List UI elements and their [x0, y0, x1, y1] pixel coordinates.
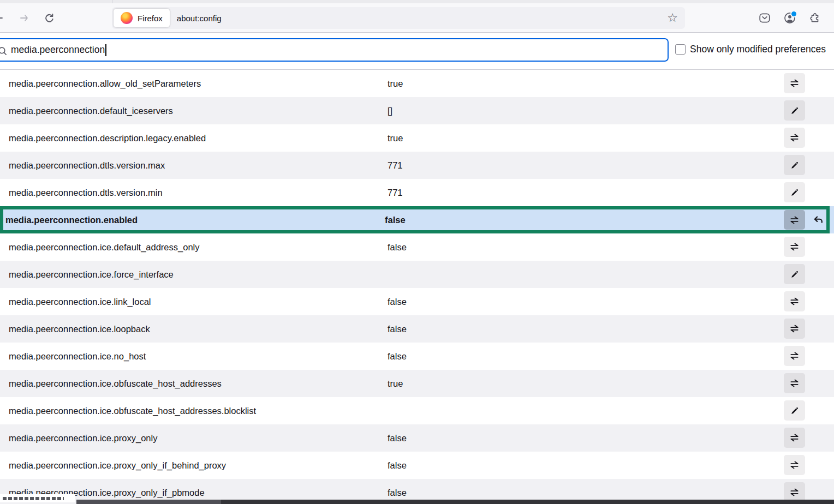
pref-row[interactable]: media.peerconnection.ice.loopback false [0, 315, 834, 343]
pref-row[interactable]: media.peerconnection.ice.no_host false [0, 343, 834, 370]
pref-value: 771 [388, 160, 403, 171]
pref-row[interactable]: media.peerconnection.ice.proxy_only_if_b… [0, 452, 834, 479]
pref-name: media.peerconnection.ice.force_interface [9, 269, 174, 280]
pref-name: media.peerconnection.ice.loopback [9, 324, 150, 334]
toggle-icon [790, 215, 799, 225]
toggle-icon [790, 351, 799, 361]
pref-row[interactable]: media.peerconnection.description.legacy.… [0, 124, 834, 152]
reload-button[interactable] [39, 9, 59, 27]
toggle-icon [790, 324, 799, 333]
firefox-logo-icon [121, 12, 133, 24]
browser-toolbar: Firefox about:config ☆ [0, 3, 834, 33]
pref-name: media.peerconnection.ice.obfuscate_host_… [9, 379, 222, 389]
pref-name: media.peerconnection.description.legacy.… [9, 133, 206, 143]
pref-row[interactable]: media.peerconnection.ice.obfuscate_host_… [0, 397, 834, 424]
toggle-button[interactable] [784, 373, 805, 393]
pref-value: false [388, 351, 407, 362]
toggle-icon [790, 79, 799, 88]
toggle-button[interactable] [784, 346, 805, 366]
toggle-icon [790, 460, 799, 470]
pref-row[interactable]: media.peerconnection.enabled false [0, 206, 834, 233]
pocket-icon [759, 12, 771, 24]
taskbar-edge [76, 500, 834, 504]
pref-value: false [388, 433, 407, 443]
prefs-list: media.peerconnection.allow_old_setParame… [0, 70, 834, 504]
pref-row[interactable]: media.peerconnection.dtls.version.min 77… [0, 179, 834, 206]
pref-row[interactable]: media.peerconnection.ice.link_local fals… [0, 288, 834, 315]
edit-button[interactable] [784, 100, 805, 121]
pref-row[interactable]: media.peerconnection.ice.obfuscate_host_… [0, 370, 834, 397]
pref-name: media.peerconnection.allow_old_setParame… [9, 79, 201, 89]
pref-value: 771 [388, 188, 403, 198]
toggle-icon [790, 379, 799, 388]
toggle-button[interactable] [784, 319, 805, 339]
pref-name: media.peerconnection.enabled [5, 215, 138, 225]
forward-button[interactable] [14, 9, 34, 27]
pencil-icon [790, 406, 799, 415]
toggle-button[interactable] [784, 128, 805, 148]
toggle-icon [790, 297, 799, 306]
site-chip-label: Firefox [138, 14, 163, 23]
pencil-icon [790, 161, 799, 170]
pref-value: false [388, 488, 407, 498]
toggle-button[interactable] [784, 291, 805, 311]
show-modified-label: Show only modified preferences [690, 44, 826, 55]
pref-name: media.peerconnection.dtls.version.min [9, 188, 163, 198]
pocket-button[interactable] [755, 9, 774, 27]
search-icon [0, 46, 7, 56]
notification-dot [790, 10, 797, 17]
status-tooltip [0, 494, 75, 502]
config-search-input[interactable]: media.peerconnection [0, 38, 669, 62]
show-modified-checkbox[interactable] [675, 44, 686, 55]
reset-button[interactable] [808, 210, 828, 230]
pref-row[interactable]: media.peerconnection.allow_old_setParame… [0, 70, 834, 97]
pref-name: media.peerconnection.ice.link_local [9, 297, 151, 307]
edit-button[interactable] [784, 400, 805, 421]
pref-row[interactable]: media.peerconnection.ice.default_address… [0, 233, 834, 261]
pref-value: false [388, 242, 407, 253]
toggle-button[interactable] [784, 428, 805, 448]
pref-name: media.peerconnection.ice.no_host [9, 351, 146, 362]
toggle-icon [790, 242, 799, 251]
forward-arrow-icon [19, 13, 29, 23]
edit-button[interactable] [784, 155, 805, 175]
edit-button[interactable] [784, 264, 805, 284]
pencil-icon [790, 188, 799, 197]
pref-value: true [388, 133, 403, 143]
reload-icon [44, 13, 55, 23]
pref-value: false [388, 324, 407, 334]
pref-value: false [385, 215, 406, 225]
pref-name: media.peerconnection.default_iceservers [9, 106, 173, 116]
toggle-icon [790, 488, 799, 497]
star-icon: ☆ [667, 11, 678, 25]
status-tooltip-text-blur [3, 497, 64, 500]
extensions-button[interactable] [806, 9, 824, 27]
pref-row[interactable]: media.peerconnection.dtls.version.max 77… [0, 152, 834, 179]
pencil-icon [790, 106, 799, 115]
url-bar[interactable]: Firefox about:config [112, 7, 685, 29]
firefox-window: Firefox about:config ☆ [0, 0, 834, 504]
account-button[interactable] [781, 9, 799, 27]
toggle-button[interactable] [784, 210, 805, 230]
toggle-button[interactable] [784, 237, 805, 257]
pref-row[interactable]: media.peerconnection.default_iceservers … [0, 97, 834, 124]
pref-row[interactable]: media.peerconnection.ice.force_interface [0, 261, 834, 288]
toggle-icon [790, 433, 799, 442]
pref-value: true [388, 379, 403, 389]
puzzle-icon [809, 12, 821, 24]
toggle-button[interactable] [784, 73, 805, 93]
account-icon [784, 12, 796, 24]
pref-value: false [388, 460, 407, 471]
edit-button[interactable] [784, 182, 805, 202]
toggle-icon [790, 133, 799, 142]
back-button[interactable] [0, 9, 9, 27]
bookmark-button[interactable]: ☆ [663, 9, 682, 27]
menu-button[interactable] [829, 9, 834, 27]
toggle-button[interactable] [784, 455, 805, 475]
url-text: about:config [177, 14, 222, 23]
pencil-icon [790, 270, 799, 279]
pref-row[interactable]: media.peerconnection.ice.proxy_only fals… [0, 424, 834, 452]
site-identity-chip[interactable]: Firefox [114, 9, 170, 27]
search-value: media.peerconnection [11, 44, 105, 56]
text-cursor [105, 44, 106, 56]
